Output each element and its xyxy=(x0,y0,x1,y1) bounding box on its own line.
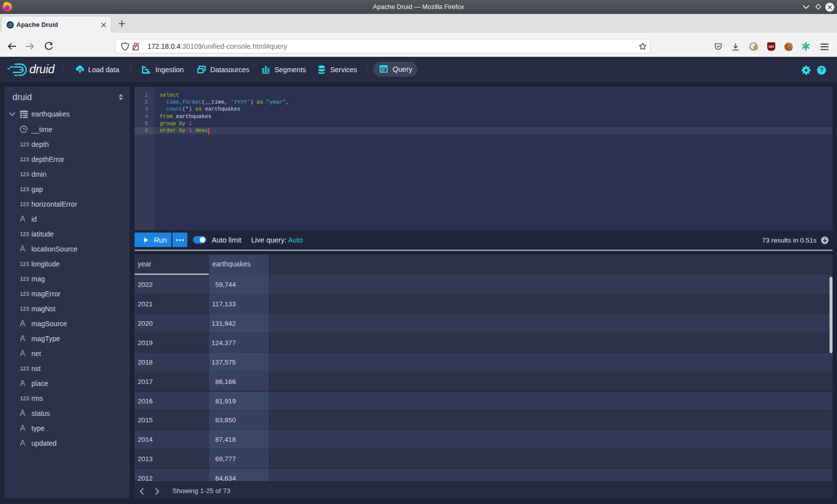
svg-text:?: ? xyxy=(820,67,824,74)
